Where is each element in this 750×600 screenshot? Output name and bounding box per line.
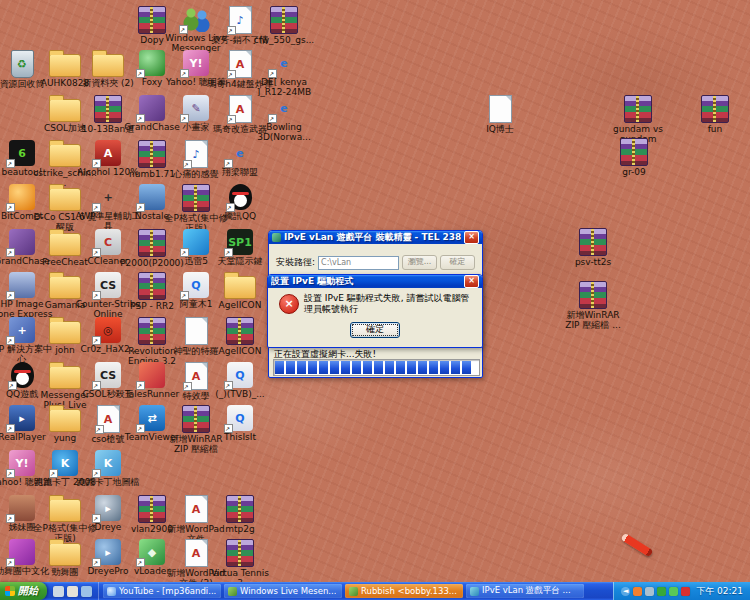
taskbar-task-button[interactable]: YouTube - [mp36andi... bbox=[103, 584, 221, 598]
rar-icon bbox=[138, 6, 166, 34]
shortcut-arrow-icon bbox=[6, 248, 15, 257]
desktop-screen: DopyWindows Live Messenger♪梁芳-銷不了情cfw_55… bbox=[0, 0, 750, 600]
app-icon bbox=[139, 184, 165, 210]
messenger-tray-icon[interactable] bbox=[669, 587, 678, 596]
tray-chevron-icon[interactable]: ◄ bbox=[621, 587, 630, 596]
start-button[interactable]: 開始 bbox=[0, 582, 47, 600]
desktop-icon[interactable]: QThisIsIt bbox=[207, 405, 273, 442]
error-dialog-close-button[interactable]: × bbox=[464, 275, 479, 288]
qq-tray-icon[interactable] bbox=[657, 587, 666, 596]
error-dialog-titlebar[interactable]: 設置 IPvE 驅動程式 × bbox=[268, 275, 482, 288]
desktop-icon[interactable]: IQ博士 bbox=[467, 95, 533, 134]
desktop-icon[interactable]: AgeIICON bbox=[207, 272, 273, 310]
desktop-icon[interactable]: Virtua Tennis 3 bbox=[207, 539, 273, 588]
desktop-icon-label: (_)(TVB)_... bbox=[215, 389, 264, 399]
rar-icon bbox=[138, 229, 166, 257]
shortcut-arrow-icon bbox=[92, 291, 101, 300]
desktop-icon[interactable]: mtp2g bbox=[207, 495, 273, 534]
progress-segment bbox=[440, 361, 449, 374]
taskbar: 開始 YouTube - [mp36andi...Windows Live Me… bbox=[0, 582, 750, 600]
app-icon: ▸ bbox=[95, 539, 121, 565]
desktop-icon[interactable]: K跑跑卡丁地圖檔 bbox=[75, 450, 141, 487]
desktop-icon[interactable]: eBowling 3D(Norwa... bbox=[251, 95, 317, 142]
shortcut-arrow-icon bbox=[224, 381, 233, 390]
shortcut-arrow-icon bbox=[6, 159, 15, 168]
progress-segment bbox=[352, 361, 361, 374]
desktop-icon-label: gr-09 bbox=[622, 167, 646, 177]
rar-icon bbox=[579, 281, 607, 309]
desktop-icon-label: AgeIICON bbox=[219, 300, 262, 310]
desktop-icon[interactable]: SP1天堂隱示鍵 bbox=[207, 229, 273, 266]
error-dialog-title: 設置 IPvE 驅動程式 bbox=[271, 275, 461, 288]
desktop-icon[interactable]: e翔梁聯盟 bbox=[207, 140, 273, 177]
vlan-icon bbox=[470, 587, 479, 596]
progress-segment bbox=[462, 361, 471, 374]
install-path-row: 安裝路徑: C:\vLan 瀏覽... 確定 bbox=[276, 255, 475, 270]
installer-close-button[interactable]: × bbox=[464, 231, 479, 244]
desktop-icon[interactable]: gr-09 bbox=[601, 138, 667, 177]
error-ok-button[interactable]: 確定 bbox=[350, 322, 400, 338]
desktop-icon-label: psv-tt2s bbox=[575, 257, 611, 267]
shortcut-arrow-icon bbox=[183, 382, 192, 391]
shortcut-arrow-icon bbox=[227, 115, 236, 124]
shortcut-arrow-icon bbox=[92, 381, 101, 390]
windows-flag-icon bbox=[5, 586, 15, 596]
app-icon: K bbox=[95, 450, 121, 476]
internet-explorer-icon[interactable] bbox=[81, 586, 92, 597]
progress-segment bbox=[297, 361, 306, 374]
desktop-icon[interactable]: Q(_)(TVB)_... bbox=[207, 362, 273, 399]
shortcut-arrow-icon bbox=[6, 336, 15, 345]
shortcut-arrow-icon bbox=[224, 424, 233, 433]
rar-icon bbox=[624, 95, 652, 123]
app-icon: e bbox=[227, 140, 253, 166]
shortcut-arrow-icon bbox=[224, 248, 233, 257]
shortcut-arrow-icon bbox=[6, 558, 15, 567]
progress-segment bbox=[286, 361, 295, 374]
folder-icon bbox=[224, 276, 256, 299]
page-icon: A bbox=[229, 50, 252, 78]
usb-device-tray-icon[interactable] bbox=[645, 587, 654, 596]
progress-segment bbox=[385, 361, 394, 374]
shortcut-arrow-icon bbox=[92, 336, 101, 345]
progress-segment bbox=[451, 361, 460, 374]
desktop-icon[interactable]: cfw_550_gs... bbox=[251, 6, 317, 45]
error-dialog: 設置 IPvE 驅動程式 × × 設置 IPvE 驅動程式失敗, 請嘗試以電腦管… bbox=[267, 274, 483, 348]
progress-segment bbox=[363, 361, 372, 374]
task-button-label: IPvE vLan 遊戲平台 ... bbox=[482, 585, 571, 597]
desktop-icon[interactable]: 新增WinRAR ZIP 壓縮檔 ... bbox=[560, 281, 626, 330]
media-player-icon[interactable] bbox=[67, 586, 78, 597]
app-icon: ▸ bbox=[95, 495, 121, 521]
page-icon bbox=[489, 95, 512, 123]
desktop-icon[interactable]: gundam vs gundam bbox=[605, 95, 671, 144]
alert-flame-tray-icon[interactable] bbox=[633, 587, 642, 596]
shortcut-arrow-icon bbox=[224, 159, 233, 168]
desktop-icon[interactable]: fun bbox=[682, 95, 748, 134]
desktop-icon-label: 迅雷5 bbox=[184, 256, 208, 266]
progress-segment bbox=[396, 361, 405, 374]
shortcut-arrow-icon bbox=[180, 248, 189, 257]
desktop-icon-label: fun bbox=[708, 124, 723, 134]
taskbar-task-button[interactable]: Windows Live Mesen... bbox=[224, 584, 342, 598]
page-icon: ♪ bbox=[229, 6, 252, 34]
browse-button[interactable]: 瀏覽... bbox=[402, 255, 437, 270]
show-desktop-icon[interactable] bbox=[53, 586, 64, 597]
shortcut-arrow-icon bbox=[92, 248, 101, 257]
app-icon: ◎ bbox=[95, 317, 121, 343]
shortcut-arrow-icon bbox=[268, 69, 277, 78]
security-shield-tray-icon[interactable] bbox=[681, 587, 690, 596]
desktop-icon-label: yung bbox=[54, 433, 76, 443]
app-icon: e bbox=[271, 95, 297, 121]
desktop-icon[interactable]: AgeIICON bbox=[207, 317, 273, 356]
desktop-icon[interactable]: psv-tt2s bbox=[560, 228, 626, 267]
desktop-icon[interactable]: eDE[ kenya ]_R12-24MB bbox=[251, 50, 317, 97]
taskbar-task-button[interactable]: IPvE vLan 遊戲平台 ... bbox=[466, 584, 584, 598]
qq-icon bbox=[11, 362, 34, 388]
rar-icon bbox=[138, 140, 166, 168]
installer-titlebar[interactable]: IPvE vLan 遊戲平台 裝載精靈 - TEL 23873177 × bbox=[269, 231, 482, 244]
red-pencil-graphic bbox=[620, 533, 653, 558]
install-ok-button[interactable]: 確定 bbox=[440, 255, 475, 270]
shortcut-arrow-icon bbox=[6, 424, 15, 433]
install-path-input[interactable]: C:\vLan bbox=[318, 256, 399, 270]
taskbar-task-button[interactable]: Rubbish <bobby.133... bbox=[345, 584, 463, 598]
desktop-icon[interactable]: 騰訊QQ bbox=[207, 184, 273, 221]
